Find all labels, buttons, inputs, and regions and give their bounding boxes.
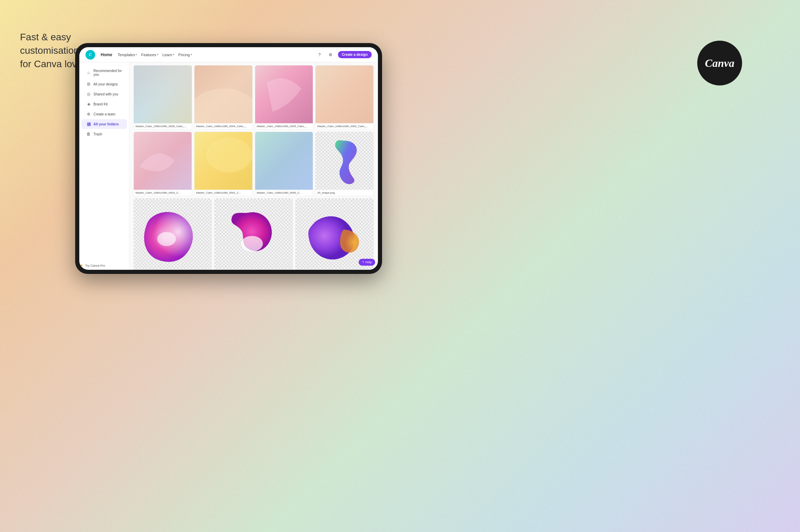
design-thumbnail <box>194 65 252 123</box>
design-thumbnail <box>316 65 373 123</box>
help-button[interactable]: ? Help <box>359 259 375 266</box>
svg-rect-1 <box>134 65 192 123</box>
design-card[interactable]: Master_Calm_1080x1080_0004_Calm_... <box>194 65 253 130</box>
design-thumbnail <box>214 198 292 270</box>
sidebar-item-folders[interactable]: ▤ All your folders <box>81 119 127 129</box>
svg-point-10 <box>157 232 176 246</box>
design-card[interactable]: 23_shape.png <box>214 198 293 270</box>
grid-icon: ⊞ <box>86 82 91 86</box>
design-card[interactable]: 25_shape.png <box>315 132 374 196</box>
design-thumbnail <box>255 65 313 123</box>
trash-icon: 🗑 <box>86 132 91 136</box>
brand-icon: ◈ <box>86 102 91 106</box>
design-card[interactable]: Master_Calm_1080x1080_0000_C... <box>255 132 313 196</box>
design-card[interactable]: 24_shape.png <box>133 198 212 270</box>
design-grid-row2: Master_Calm_1080x1080_0003_C... <box>133 132 374 196</box>
sidebar-item-brand-kit[interactable]: ◈ Brand Kit <box>81 99 127 109</box>
help-icon-button[interactable]: ? <box>316 51 323 59</box>
try-pro-bar[interactable]: ★ Try Canva Pro <box>79 260 125 270</box>
tablet-frame: C Home Templates ▾ Features ▾ Learn ▾ Pr… <box>75 43 382 274</box>
nav-bar: C Home Templates ▾ Features ▾ Learn ▾ Pr… <box>79 47 378 62</box>
nav-home[interactable]: Home <box>101 52 112 57</box>
nav-link-features[interactable]: Features ▾ <box>141 53 158 57</box>
design-card[interactable]: Master_Calm_1080x1080_0006_Calm_... <box>133 65 192 130</box>
design-card[interactable]: Master_Calm_1080x1080_0003_C... <box>133 132 192 196</box>
design-grid-row1: Master_Calm_1080x1080_0006_Calm_... <box>133 65 374 130</box>
sidebar-item-create-team[interactable]: ⊕ Create a team <box>81 109 127 119</box>
canva-nav-icon[interactable]: C <box>86 50 95 60</box>
star-icon: ★ <box>80 263 83 268</box>
main-content: ⌂ Recommended for you ⊞ All your designs… <box>79 62 378 270</box>
chevron-down-icon: ▾ <box>157 53 158 56</box>
canva-logo-text: Canva <box>705 57 734 70</box>
svg-rect-5 <box>316 65 373 123</box>
design-grid-row3: 24_shape.png <box>133 198 374 270</box>
sidebar-item-shared[interactable]: ◎ Shared with you <box>81 89 127 99</box>
home-icon: ⌂ <box>86 70 91 75</box>
settings-icon-button[interactable]: ⚙ <box>327 51 334 59</box>
help-icon: ? <box>362 260 364 264</box>
share-icon: ◎ <box>86 92 91 96</box>
nav-actions: ? ⚙ Create a design <box>316 51 372 59</box>
svg-point-11 <box>241 236 263 251</box>
chevron-down-icon: ▾ <box>191 53 192 56</box>
design-thumbnail <box>194 132 252 190</box>
design-thumbnail <box>316 132 373 190</box>
nav-link-pricing[interactable]: Pricing ▾ <box>178 53 192 57</box>
sidebar-item-all-designs[interactable]: ⊞ All your designs <box>81 79 127 89</box>
svg-point-3 <box>194 89 252 123</box>
folder-icon: ▤ <box>86 122 91 126</box>
svg-point-8 <box>206 138 252 173</box>
design-thumbnail <box>134 65 192 123</box>
design-thumbnail <box>134 198 212 270</box>
nav-links: Templates ▾ Features ▾ Learn ▾ Pricing ▾ <box>118 53 310 57</box>
chevron-down-icon: ▾ <box>136 53 137 56</box>
nav-link-learn[interactable]: Learn ▾ <box>162 53 174 57</box>
content-area: Master_Calm_1080x1080_0006_Calm_... <box>129 62 378 270</box>
design-card[interactable]: Master_Calm_1080x1080_0002_Calm_... <box>315 65 374 130</box>
nav-link-templates[interactable]: Templates ▾ <box>118 53 137 57</box>
canva-logo-circle: Canva <box>697 41 742 85</box>
chevron-down-icon: ▾ <box>173 53 174 56</box>
design-thumbnail <box>134 132 192 190</box>
sidebar-item-trash[interactable]: 🗑 Trash <box>81 129 127 139</box>
create-design-button[interactable]: Create a design <box>338 51 372 58</box>
team-icon: ⊕ <box>86 112 91 116</box>
design-thumbnail <box>255 132 313 190</box>
design-card[interactable]: Master_Calm_1080x1080_0001_C... <box>194 132 253 196</box>
tablet-screen: C Home Templates ▾ Features ▾ Learn ▾ Pr… <box>79 47 378 270</box>
design-card[interactable]: Master_Calm_1080x1080_0005_Calm_... <box>255 65 313 130</box>
svg-rect-9 <box>255 132 313 190</box>
sidebar: ⌂ Recommended for you ⊞ All your designs… <box>79 62 129 270</box>
sidebar-item-recommended[interactable]: ⌂ Recommended for you <box>81 66 127 79</box>
